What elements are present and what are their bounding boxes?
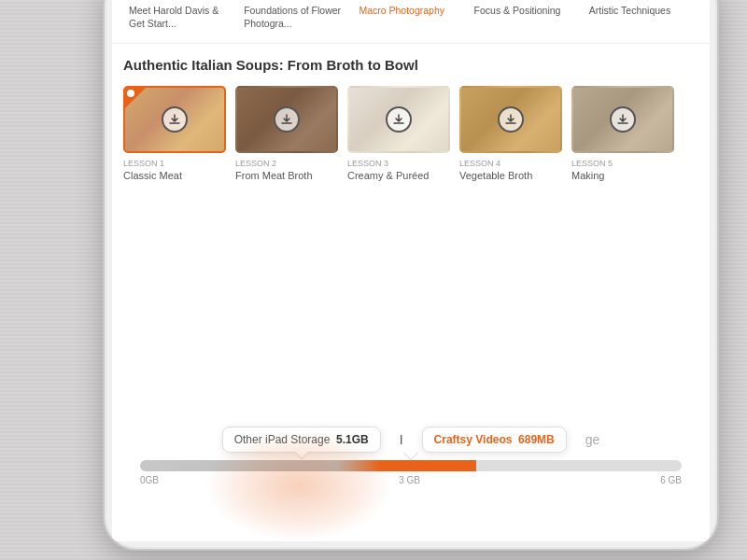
top-lesson-2-num: LESSON 2 xyxy=(244,0,347,2)
top-lesson-3[interactable]: LESSON 3 Macro Photography xyxy=(353,0,468,34)
card-3-title: Creamy & Puréed xyxy=(347,169,450,182)
card-thumb-2[interactable] xyxy=(235,86,338,153)
top-lesson-1-num: LESSON 1 xyxy=(129,0,233,2)
top-lesson-3-title: Macro Photography xyxy=(359,5,462,18)
other-storage-label: Other iPad Storage xyxy=(234,433,331,446)
download-button-1[interactable] xyxy=(162,106,188,133)
ipad-screen: LESSON 1 Meet Harold Davis & Get Start..… xyxy=(112,0,710,541)
download-button-3[interactable] xyxy=(386,106,412,133)
storage-overlay: Other iPad Storage 5.1GB I Craftsy Video… xyxy=(112,427,710,485)
ipad-frame: LESSON 1 Meet Harold Davis & Get Start..… xyxy=(103,0,719,551)
card-5-title: Making xyxy=(571,169,674,182)
card-thumb-1[interactable] xyxy=(123,86,226,153)
card-label-2: LESSON 2 From Meat Broth xyxy=(235,159,338,182)
download-button-2[interactable] xyxy=(274,106,300,133)
card-label-4: LESSON 4 Vegetable Broth xyxy=(459,159,562,182)
top-lesson-1[interactable]: LESSON 1 Meet Harold Davis & Get Start..… xyxy=(123,0,238,34)
other-storage-size: 5.1GB xyxy=(336,433,369,446)
card-label-1: LESSON 1 Classic Meat xyxy=(123,159,226,182)
storage-label-3: 3 GB xyxy=(399,475,420,485)
card-thumb-3[interactable] xyxy=(347,86,450,153)
main-content: Authentic Italian Soups: From Broth to B… xyxy=(112,44,710,189)
section-title: Authentic Italian Soups: From Broth to B… xyxy=(123,57,698,73)
storage-bar-labels: 0GB 3 GB 6 GB xyxy=(140,475,682,485)
card-thumb-5[interactable] xyxy=(571,86,674,153)
card-1-num: LESSON 1 xyxy=(123,159,226,168)
top-lesson-1-title: Meet Harold Davis & Get Start... xyxy=(129,5,233,30)
orange-badge-1 xyxy=(125,88,146,108)
top-lesson-4[interactable]: LESSON 4 Focus & Positioning xyxy=(469,0,584,34)
cursor-indicator: I xyxy=(400,432,403,447)
card-4-title: Vegetable Broth xyxy=(459,169,562,182)
card-thumb-4[interactable] xyxy=(459,86,562,153)
card-3-num: LESSON 3 xyxy=(347,159,450,168)
ge-text: ge xyxy=(585,432,600,447)
storage-label-6: 6 GB xyxy=(660,475,682,485)
storage-bar[interactable]: 0GB 3 GB 6 GB xyxy=(140,460,682,485)
top-lesson-2[interactable]: LESSON 2 Foundations of Flower Photogra.… xyxy=(238,0,353,34)
top-lesson-5-num: LESSON 5 xyxy=(589,0,693,2)
tooltip-row: Other iPad Storage 5.1GB I Craftsy Video… xyxy=(131,427,691,453)
craftsy-label: Craftsy Videos xyxy=(434,433,513,446)
top-lesson-row: LESSON 1 Meet Harold Davis & Get Start..… xyxy=(112,0,710,44)
top-lesson-3-num: LESSON 3 xyxy=(359,0,462,2)
card-2-title: From Meat Broth xyxy=(235,169,338,182)
craftsy-tooltip: Craftsy Videos 689MB xyxy=(422,427,567,453)
card-5-num: LESSON 5 xyxy=(571,159,674,168)
lesson-card-3[interactable]: LESSON 3 Creamy & Puréed xyxy=(347,86,450,182)
download-button-4[interactable] xyxy=(498,106,524,133)
storage-bar-craftsy-segment xyxy=(422,460,476,471)
lesson-card-4[interactable]: LESSON 4 Vegetable Broth xyxy=(459,86,562,182)
lesson-card-5[interactable]: LESSON 5 Making xyxy=(571,86,674,182)
card-4-num: LESSON 4 xyxy=(459,159,562,168)
card-1-title: Classic Meat xyxy=(123,169,226,182)
card-label-3: LESSON 3 Creamy & Puréed xyxy=(347,159,450,182)
storage-bar-track xyxy=(140,460,682,471)
storage-bar-used xyxy=(140,460,422,471)
top-lesson-4-title: Focus & Positioning xyxy=(474,5,578,18)
card-label-5: LESSON 5 Making xyxy=(571,159,674,182)
top-lesson-4-num: LESSON 4 xyxy=(474,0,578,2)
lesson-card-1[interactable]: LESSON 1 Classic Meat xyxy=(123,86,226,182)
lesson-card-2[interactable]: LESSON 2 From Meat Broth xyxy=(235,86,338,182)
top-lesson-5[interactable]: LESSON 5 Artistic Techniques xyxy=(584,0,698,34)
other-storage-tooltip: Other iPad Storage 5.1GB xyxy=(222,427,381,453)
cursor-symbol: I xyxy=(400,432,403,447)
card-2-num: LESSON 2 xyxy=(235,159,338,168)
craftsy-size: 689MB xyxy=(518,433,555,446)
lesson-cards-row: LESSON 1 Classic Meat xyxy=(123,86,698,182)
storage-label-0: 0GB xyxy=(140,475,159,485)
download-button-5[interactable] xyxy=(610,106,636,133)
top-lesson-5-title: Artistic Techniques xyxy=(589,5,693,18)
top-lesson-2-title: Foundations of Flower Photogra... xyxy=(244,5,347,30)
